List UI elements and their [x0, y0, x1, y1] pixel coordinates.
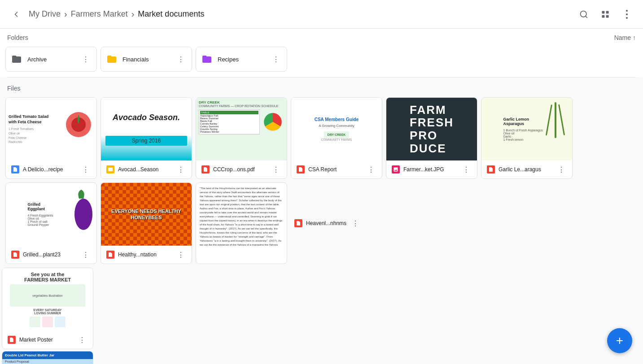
file-peanut-jar[interactable]: Double Lid Peanut Butter Jar Product Pro…: [2, 351, 93, 364]
svg-rect-15: [546, 104, 552, 135]
file-market-poster-name: Market Poster: [19, 337, 73, 343]
file-eggplant-thumb: GrilledEggplant 4 Fresh Eggplants Olive …: [6, 183, 96, 246]
file-avocado-season-thumb: Avocado Season. Spring 2016: [101, 98, 192, 160]
file-csa-report-name: CSA Report: [308, 166, 362, 173]
sort-name: Name: [614, 34, 631, 41]
file-market-poster-menu[interactable]: ⋮: [77, 334, 87, 345]
folder-financials-name: Financials: [122, 56, 175, 63]
pdf-icon-2: [297, 165, 305, 173]
files-label: Files: [0, 81, 643, 95]
file-peanut-jar-thumb: Double Lid Peanut Butter Jar Product Pro…: [2, 351, 93, 364]
file-cccrop-footer: CCCrop...ons.pdf ⋮: [196, 160, 287, 178]
file-avocado-season-menu[interactable]: ⋮: [175, 164, 186, 175]
file-cccrop[interactable]: DRY CREEK COMMUNITY FARMS — CROP ROTATIO…: [196, 97, 287, 179]
file-csa-report-menu[interactable]: ⋮: [366, 164, 376, 175]
file-honeybees-footer: Healthy...ntation ⋮: [101, 246, 192, 264]
file-garlic-name: Garlic Le...aragus: [499, 166, 552, 173]
img-icon: [392, 165, 400, 173]
file-delicio-recipe-menu[interactable]: ⋮: [80, 164, 91, 175]
breadcrumb-market-documents: Market documents: [138, 9, 204, 19]
header-actions: [575, 5, 636, 23]
file-farmer-ket-thumb: FARMFRESHPRODUCE: [386, 98, 477, 160]
file-eggplant[interactable]: GrilledEggplant 4 Fresh Eggplants Olive …: [5, 182, 97, 264]
pdf-icon-6: [294, 219, 302, 227]
breadcrumb-my-drive[interactable]: My Drive: [29, 9, 61, 19]
more-options-button[interactable]: [618, 5, 636, 23]
file-eggplant-menu[interactable]: ⋮: [80, 249, 91, 260]
svg-point-16: [74, 199, 92, 230]
file-heavenly[interactable]: "The land of the Houyhnhnms can be inter…: [196, 182, 287, 264]
file-delicio-recipe[interactable]: Grilled Tomato Salad with Feta Cheese 1 …: [5, 97, 97, 179]
file-avocado-season[interactable]: Avocado Season. Spring 2016 Avocad...Sea…: [101, 97, 192, 179]
pdf-icon-7: [8, 336, 16, 344]
svg-rect-5: [606, 15, 609, 17]
file-cccrop-menu[interactable]: ⋮: [271, 164, 281, 175]
slides-icon: [106, 165, 114, 173]
file-csa-report[interactable]: CSA Members Guide A Growing Community DR…: [291, 97, 382, 179]
file-delicio-recipe-name: A Delicio...recipe: [23, 166, 77, 173]
file-garlic-footer: Garlic Le...aragus ⋮: [481, 160, 572, 178]
pdf-icon-5: [106, 251, 114, 259]
fab-button[interactable]: +: [607, 328, 632, 353]
file-avocado-season-footer: Avocad...Season ⋮: [101, 160, 192, 178]
folders-label: Folders: [7, 34, 28, 41]
sort-label[interactable]: Name ↑: [614, 34, 636, 41]
folder-archive-icon: [11, 54, 22, 65]
folder-archive[interactable]: Archive ⋮: [5, 47, 97, 72]
breadcrumb: My Drive › Farmers Market › Market docum…: [29, 9, 575, 19]
svg-rect-3: [606, 11, 609, 13]
file-farmer-ket[interactable]: FARMFRESHPRODUCE Farmer...ket.JPG ⋮: [386, 97, 477, 179]
breadcrumb-sep-2: ›: [131, 9, 135, 19]
file-market-poster-footer: Market Poster ⋮: [2, 331, 93, 349]
header: My Drive › Farmers Market › Market docum…: [0, 0, 643, 29]
file-farmer-ket-menu[interactable]: ⋮: [461, 164, 472, 175]
file-garlic-thumb: Garlic Lemon Asparagus 1 Bunch of Fresh …: [481, 98, 572, 160]
folder-recipes[interactable]: Recipes ⋮: [196, 47, 287, 72]
svg-rect-13: [555, 102, 556, 138]
files-grid: Grilled Tomato Salad with Feta Cheese 1 …: [0, 95, 643, 266]
file-garlic-menu[interactable]: ⋮: [556, 164, 567, 175]
svg-point-8: [626, 17, 628, 19]
file-honeybees-menu[interactable]: ⋮: [175, 249, 186, 260]
file-market-poster[interactable]: See you at theFARMERS MARKET vegetables …: [2, 268, 93, 349]
back-button[interactable]: [7, 5, 25, 23]
file-market-poster-thumb: See you at theFARMERS MARKET vegetables …: [2, 268, 93, 331]
file-heavenly-menu[interactable]: ⋮: [350, 218, 361, 229]
file-garlic[interactable]: Garlic Lemon Asparagus 1 Bunch of Fresh …: [481, 97, 573, 179]
folders-section-bar: Folders Name ↑: [0, 29, 643, 45]
folder-financials-icon: [106, 54, 117, 65]
pdf-icon-4: [11, 251, 19, 259]
file-csa-report-thumb: CSA Members Guide A Growing Community DR…: [291, 98, 382, 160]
svg-rect-11: [108, 168, 113, 171]
folder-financials-menu[interactable]: ⋮: [175, 54, 186, 65]
file-farmer-ket-footer: Farmer...ket.JPG ⋮: [386, 160, 477, 178]
folder-recipes-name: Recipes: [218, 56, 271, 63]
svg-rect-2: [602, 11, 605, 13]
breadcrumb-farmers-market[interactable]: Farmers Market: [71, 9, 128, 19]
file-csa-report-footer: CSA Report ⋮: [291, 160, 382, 178]
file-eggplant-footer: Grilled...plant23 ⋮: [6, 246, 96, 264]
search-button[interactable]: [575, 5, 593, 23]
folder-archive-menu[interactable]: ⋮: [80, 54, 91, 65]
svg-point-6: [626, 10, 628, 12]
file-avocado-season-name: Avocad...Season: [118, 166, 172, 173]
file-honeybees[interactable]: EVERYONE NEEDS HEALTHYHONEYBEES Healthy.…: [101, 182, 192, 264]
file-delicio-recipe-footer: A Delicio...recipe ⋮: [6, 160, 96, 178]
svg-line-1: [586, 16, 587, 17]
file-honeybees-thumb: EVERYONE NEEDS HEALTHYHONEYBEES: [101, 183, 192, 246]
file-delicio-recipe-thumb: Grilled Tomato Salad with Feta Cheese 1 …: [6, 98, 96, 160]
file-heavenly-footer: Heavenl...nhnms ⋮: [289, 181, 366, 266]
file-eggplant-name: Grilled...plant23: [23, 251, 77, 258]
pdf-icon: [201, 165, 210, 173]
folder-recipes-menu[interactable]: ⋮: [271, 54, 281, 65]
file-heavenly-thumb: "The land of the Houyhnhnms can be inter…: [196, 183, 287, 246]
grid-view-button[interactable]: [596, 5, 614, 23]
files-section: Files Grilled Tomato Salad with Feta Che…: [0, 78, 643, 364]
folders-grid: Archive ⋮ Financials ⋮ Recipes ⋮: [0, 45, 643, 77]
file-cccrop-name: CCCrop...ons.pdf: [213, 166, 267, 173]
breadcrumb-sep-1: ›: [64, 9, 67, 19]
svg-rect-4: [602, 15, 605, 17]
folder-financials[interactable]: Financials ⋮: [101, 47, 192, 72]
doc-icon: [11, 165, 19, 173]
sort-arrow: ↑: [633, 34, 636, 41]
